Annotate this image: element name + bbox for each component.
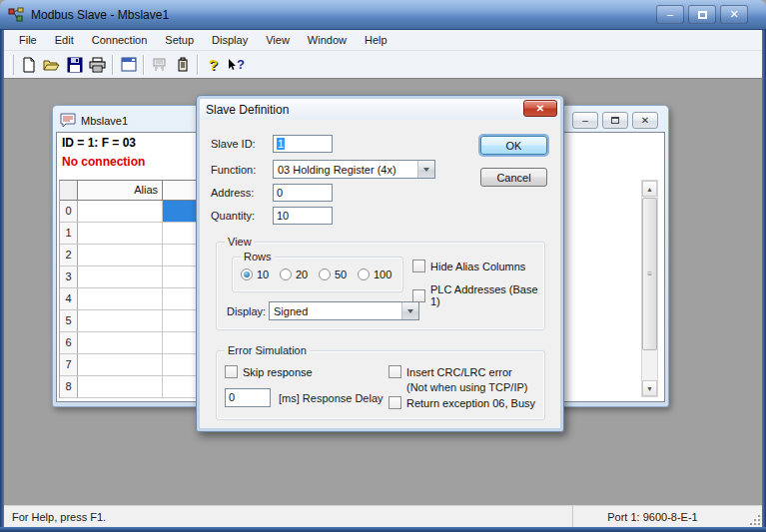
slave-id-input[interactable]: 1 xyxy=(273,135,333,153)
hide-alias-checkbox[interactable]: Hide Alias Columns xyxy=(412,260,525,272)
menu-display[interactable]: Display xyxy=(203,32,257,48)
function-combobox[interactable]: 03 Holding Register (4x) xyxy=(273,160,435,179)
insert-crc-checkbox[interactable]: Insert CRC/LRC error xyxy=(388,365,512,378)
toolbar: ? ? xyxy=(4,51,762,78)
row-header[interactable]: 7 xyxy=(60,354,78,376)
menu-setup[interactable]: Setup xyxy=(156,32,203,48)
menu-view[interactable]: View xyxy=(257,32,299,48)
alias-cell[interactable] xyxy=(78,245,163,266)
doc-close-button[interactable]: ✕ xyxy=(632,112,658,129)
menu-file[interactable]: File xyxy=(10,32,46,48)
alias-cell[interactable] xyxy=(78,310,163,332)
status-port-text: Port 1: 9600-8-E-1 xyxy=(607,511,698,523)
row-header[interactable]: 0 xyxy=(60,201,78,223)
rows-group-label: Rows xyxy=(241,251,275,263)
slave-id-label: Slave ID: xyxy=(211,138,256,150)
alias-cell[interactable] xyxy=(78,223,163,245)
checkbox-icon[interactable] xyxy=(388,396,401,409)
menu-edit[interactable]: Edit xyxy=(46,32,83,48)
cancel-button[interactable]: Cancel xyxy=(480,168,547,187)
alias-cell[interactable] xyxy=(78,266,163,288)
checkbox-icon[interactable] xyxy=(388,365,401,378)
scrollbar-down-arrow[interactable]: ▼ xyxy=(642,380,657,396)
new-file-button[interactable] xyxy=(17,54,40,76)
address-value: 0 xyxy=(277,187,283,199)
row-header[interactable]: 5 xyxy=(60,310,78,332)
row-header[interactable]: 8 xyxy=(60,376,78,398)
menu-connection[interactable]: Connection xyxy=(83,32,157,48)
minimize-button[interactable]: – xyxy=(656,5,684,24)
main-titlebar[interactable]: Modbus Slave - Mbslave1 – ✕ xyxy=(0,0,766,30)
checkbox-icon[interactable] xyxy=(225,365,238,378)
chevron-down-icon xyxy=(407,309,413,313)
scrollbar-up-arrow[interactable]: ▲ xyxy=(642,181,657,197)
alias-cell[interactable] xyxy=(78,201,163,223)
connection-status: No connection xyxy=(62,155,145,169)
skip-response-checkbox[interactable]: Skip response xyxy=(225,365,313,378)
quantity-input[interactable]: 10 xyxy=(273,207,333,225)
ok-button[interactable]: OK xyxy=(480,136,547,155)
close-button[interactable]: ✕ xyxy=(720,5,748,24)
display-combobox[interactable]: Signed xyxy=(269,301,419,320)
display-setup-button[interactable] xyxy=(117,54,140,76)
address-input[interactable]: 0 xyxy=(273,184,333,202)
radio-selected-icon[interactable] xyxy=(241,268,253,280)
minimize-icon: – xyxy=(667,9,673,20)
doc-title: Mbslave1 xyxy=(81,115,128,127)
row-header[interactable]: 2 xyxy=(60,245,78,266)
toolbar-grip[interactable] xyxy=(10,55,14,75)
row-header[interactable]: 1 xyxy=(60,223,78,245)
rows-100-radio[interactable]: 100 xyxy=(358,268,391,280)
scrollbar-thumb[interactable]: ≡ xyxy=(642,198,657,350)
rows-50-radio[interactable]: 50 xyxy=(319,268,347,280)
dialog-title: Slave Definition xyxy=(206,103,289,117)
toolbar-separator xyxy=(112,55,114,75)
alias-cell[interactable] xyxy=(78,332,163,354)
dialog-close-button[interactable]: ✕ xyxy=(523,100,557,117)
error-simulation-label: Error Simulation xyxy=(225,344,310,356)
checkbox-icon[interactable] xyxy=(412,260,425,272)
maximize-button[interactable] xyxy=(688,5,716,24)
vertical-scrollbar[interactable]: ▲ ≡ ▼ xyxy=(641,180,658,397)
menu-window[interactable]: Window xyxy=(299,32,356,48)
return-exception-checkbox[interactable]: Return exception 06, Busy xyxy=(388,396,535,409)
display-dropdown-button[interactable] xyxy=(401,302,418,319)
slave-id-value: 1 xyxy=(277,138,285,150)
error-simulation-groupbox: Error Simulation Skip response 0 [ms] Re… xyxy=(216,350,545,420)
radio-icon[interactable] xyxy=(280,268,292,280)
response-delay-value: 0 xyxy=(229,391,235,403)
slave-definition-icon xyxy=(175,57,191,73)
alias-cell[interactable] xyxy=(78,288,163,310)
response-delay-input[interactable]: 0 xyxy=(225,388,271,407)
help-button[interactable]: ? xyxy=(202,54,225,76)
rows-20-radio[interactable]: 20 xyxy=(280,268,308,280)
connection-setup-button[interactable] xyxy=(148,54,171,76)
radio-icon[interactable] xyxy=(319,268,331,280)
radio-icon[interactable] xyxy=(358,268,370,280)
row-header[interactable]: 3 xyxy=(60,266,78,288)
context-help-button[interactable]: ? xyxy=(225,54,248,76)
app-icon[interactable] xyxy=(8,7,25,23)
resize-grip[interactable] xyxy=(747,512,760,525)
rows-10-radio[interactable]: 10 xyxy=(241,268,269,280)
alias-cell[interactable] xyxy=(78,376,163,398)
window-border-right xyxy=(762,30,766,532)
dialog-close-icon: ✕ xyxy=(536,103,544,114)
doc-minimize-button[interactable]: – xyxy=(572,112,598,129)
return-exception-label: Return exception 06, Busy xyxy=(406,397,535,409)
menu-help[interactable]: Help xyxy=(356,32,396,48)
dialog-titlebar[interactable]: Slave Definition xyxy=(200,99,560,120)
alias-column-header[interactable]: Alias xyxy=(78,181,163,200)
print-button[interactable] xyxy=(86,54,109,76)
alias-cell[interactable] xyxy=(78,354,163,376)
rows-10-label: 10 xyxy=(257,268,269,280)
slave-definition-button[interactable] xyxy=(171,54,194,76)
doc-restore-button[interactable] xyxy=(602,112,628,129)
open-file-button[interactable] xyxy=(40,54,63,76)
save-file-button[interactable] xyxy=(63,54,86,76)
checkbox-icon[interactable] xyxy=(412,289,425,302)
row-header[interactable]: 6 xyxy=(60,332,78,354)
row-header[interactable]: 4 xyxy=(60,288,78,310)
function-dropdown-button[interactable] xyxy=(417,161,434,178)
plc-addresses-checkbox[interactable]: PLC Addresses (Base 1) xyxy=(412,283,544,307)
